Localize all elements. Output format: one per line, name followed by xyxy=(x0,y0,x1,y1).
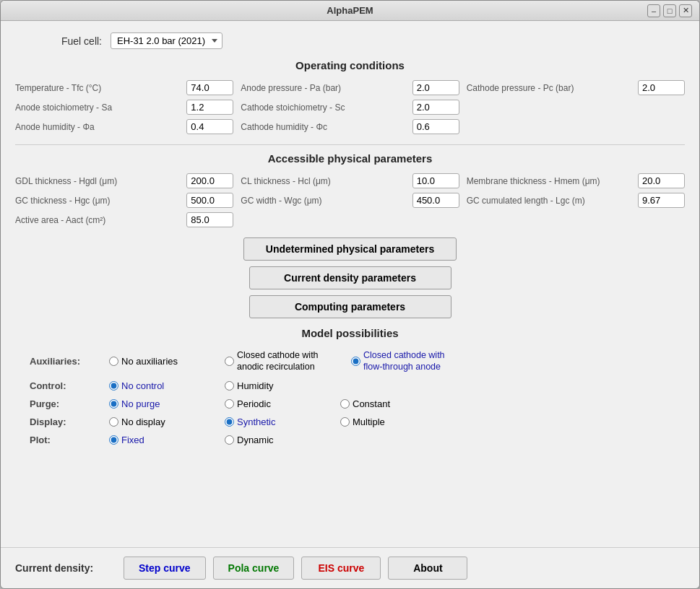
cathode-pressure-input[interactable] xyxy=(638,80,685,95)
bottom-bar: Current density: Step curve Pola curve E… xyxy=(1,547,699,588)
no-auxiliaries-label: No auxiliaries xyxy=(121,356,178,367)
constant-label: Constant xyxy=(353,398,390,409)
minimize-button[interactable]: – xyxy=(647,4,660,17)
synthetic-label: Synthetic xyxy=(237,416,275,427)
current-density-params-button[interactable]: Current density parameters xyxy=(249,266,451,289)
title-bar: AlphaPEM – □ ✕ xyxy=(1,1,699,21)
gc-width-input[interactable] xyxy=(412,193,459,208)
dynamic-option[interactable]: Dynamic xyxy=(225,435,340,445)
cathode-humidity-input[interactable] xyxy=(412,119,459,134)
purge-row: Purge: No purge Periodic Constant xyxy=(30,398,670,409)
gc-width-label: GC width - Wgc (μm) xyxy=(241,196,407,206)
gc-cumulated-row: GC cumulated length - Lgc (m) xyxy=(467,193,685,208)
no-purge-label: No purge xyxy=(121,398,160,409)
auxiliaries-radio-group: No auxiliaries Closed cathode withanodic… xyxy=(109,349,670,373)
display-label: Display: xyxy=(30,416,109,427)
eis-curve-button[interactable]: EIS curve xyxy=(301,557,381,580)
maximize-button[interactable]: □ xyxy=(663,4,676,17)
constant-radio[interactable] xyxy=(340,399,350,409)
gdl-thickness-label: GDL thickness - Hgdl (μm) xyxy=(15,176,182,186)
gdl-thickness-input[interactable] xyxy=(186,173,233,188)
synthetic-radio[interactable] xyxy=(225,417,234,427)
membrane-thickness-row: Membrane thickness - Hmem (μm) xyxy=(467,173,685,188)
anode-stoich-input[interactable] xyxy=(186,100,233,115)
no-control-option[interactable]: No control xyxy=(109,380,225,391)
window-controls: – □ ✕ xyxy=(647,4,692,17)
fixed-radio[interactable] xyxy=(109,435,118,445)
no-purge-radio[interactable] xyxy=(109,399,118,409)
display-radio-group: No display Synthetic Multiple xyxy=(109,416,670,427)
gc-cumulated-input[interactable] xyxy=(638,193,685,208)
operating-conditions-title: Operating conditions xyxy=(15,59,685,71)
constant-option[interactable]: Constant xyxy=(340,398,456,409)
no-display-option[interactable]: No display xyxy=(109,416,225,427)
about-button[interactable]: About xyxy=(388,557,467,580)
gc-cumulated-label: GC cumulated length - Lgc (m) xyxy=(467,196,634,206)
temp-label: Temperature - Tfc (°C) xyxy=(15,83,182,93)
control-label: Control: xyxy=(30,380,109,391)
control-row: Control: No control Humidity xyxy=(30,380,670,391)
cathode-humidity-label: Cathode humidity - Φc xyxy=(241,122,407,132)
no-auxiliaries-option[interactable]: No auxiliaries xyxy=(109,349,225,373)
auxiliaries-row: Auxiliaries: No auxiliaries Closed catho… xyxy=(30,349,670,373)
periodic-option[interactable]: Periodic xyxy=(225,398,340,409)
closed-cathode-anodic-radio[interactable] xyxy=(225,357,234,366)
multiple-radio[interactable] xyxy=(340,417,350,427)
window-title: AlphaPEM xyxy=(327,5,373,16)
dynamic-label: Dynamic xyxy=(237,435,274,445)
temp-row: Temperature - Tfc (°C) xyxy=(15,80,233,95)
closed-cathode-flow-radio[interactable] xyxy=(351,357,360,366)
temp-input[interactable] xyxy=(186,80,233,95)
gc-thickness-label: GC thickness - Hgc (μm) xyxy=(15,196,182,206)
dynamic-radio[interactable] xyxy=(225,435,234,445)
membrane-thickness-input[interactable] xyxy=(638,173,685,188)
auxiliaries-label: Auxiliaries: xyxy=(30,356,109,367)
no-auxiliaries-radio[interactable] xyxy=(109,357,118,366)
closed-cathode-flow-option[interactable]: Closed cathode withflow-through anode xyxy=(351,349,478,373)
step-curve-button[interactable]: Step curve xyxy=(124,557,206,580)
model-grid: Auxiliaries: No auxiliaries Closed catho… xyxy=(15,349,685,445)
anode-humidity-label: Anode humidity - Φa xyxy=(15,122,182,132)
humidity-option[interactable]: Humidity xyxy=(225,380,340,391)
no-display-radio[interactable] xyxy=(109,417,118,427)
cathode-stoich-label: Cathode stoichiometry - Sc xyxy=(241,102,407,113)
anode-stoich-row: Anode stoichiometry - Sa xyxy=(15,100,233,115)
closed-cathode-anodic-option[interactable]: Closed cathode withanodic recirculation xyxy=(225,349,351,373)
fixed-label: Fixed xyxy=(121,435,144,445)
anode-humidity-row: Anode humidity - Φa xyxy=(15,119,233,134)
multiple-option[interactable]: Multiple xyxy=(340,416,456,427)
no-purge-option[interactable]: No purge xyxy=(109,398,225,409)
computing-params-button[interactable]: Computing parameters xyxy=(249,295,451,318)
cl-thickness-input[interactable] xyxy=(412,173,459,188)
pola-curve-button[interactable]: Pola curve xyxy=(213,557,295,580)
synthetic-option[interactable]: Synthetic xyxy=(225,416,340,427)
cathode-pressure-row: Cathode pressure - Pc (bar) xyxy=(467,80,685,95)
anode-humidity-input[interactable] xyxy=(186,119,233,134)
periodic-radio[interactable] xyxy=(225,399,234,409)
cathode-stoich-input[interactable] xyxy=(412,100,459,115)
active-area-input[interactable] xyxy=(186,212,233,227)
display-row: Display: No display Synthetic Multipl xyxy=(30,416,670,427)
no-control-radio[interactable] xyxy=(109,381,118,391)
section-buttons: Undetermined physical parameters Current… xyxy=(15,237,685,318)
model-possibilities-title: Model possibilities xyxy=(15,327,685,339)
membrane-thickness-label: Membrane thickness - Hmem (μm) xyxy=(467,176,634,186)
gc-thickness-input[interactable] xyxy=(186,193,233,208)
active-area-row: Active area - Aact (cm²) xyxy=(15,212,233,227)
cathode-humidity-row: Cathode humidity - Φc xyxy=(241,119,459,134)
control-radio-group: No control Humidity xyxy=(109,380,670,391)
anode-stoich-label: Anode stoichiometry - Sa xyxy=(15,102,182,113)
humidity-radio[interactable] xyxy=(225,381,234,391)
fuel-cell-select[interactable]: EH-31 2.0 bar (2021) xyxy=(111,32,222,49)
fixed-option[interactable]: Fixed xyxy=(109,435,225,445)
plot-radio-group: Fixed Dynamic xyxy=(109,435,670,445)
purge-radio-group: No purge Periodic Constant xyxy=(109,398,670,409)
cathode-stoich-row: Cathode stoichiometry - Sc xyxy=(241,100,459,115)
close-button[interactable]: ✕ xyxy=(679,4,692,17)
anode-pressure-input[interactable] xyxy=(412,80,459,95)
fuel-cell-row: Fuel cell: EH-31 2.0 bar (2021) xyxy=(15,32,685,49)
plot-label: Plot: xyxy=(30,435,109,445)
undetermined-params-button[interactable]: Undetermined physical parameters xyxy=(243,237,457,261)
anode-pressure-row: Anode pressure - Pa (bar) xyxy=(241,80,459,95)
gc-width-row: GC width - Wgc (μm) xyxy=(241,193,459,208)
